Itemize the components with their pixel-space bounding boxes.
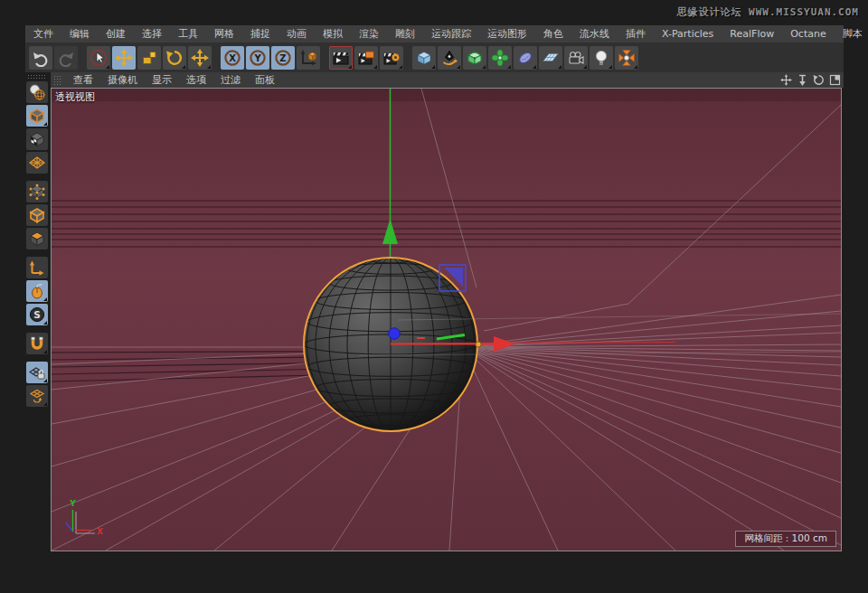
menu-item[interactable]: 工具	[170, 27, 206, 41]
menu-item[interactable]: Octane	[782, 28, 835, 40]
spline-pen-icon	[440, 49, 458, 67]
toolbar-separator	[212, 46, 220, 70]
palette-grip[interactable]	[27, 74, 47, 80]
texture-mode-icon	[28, 130, 46, 148]
menu-item[interactable]: 选择	[134, 27, 170, 41]
add-cube-button[interactable]	[412, 46, 436, 70]
model-mode-button[interactable]	[26, 105, 48, 127]
viewport-grip[interactable]	[53, 75, 62, 85]
mograph-button[interactable]	[488, 46, 512, 70]
menu-item[interactable]: 动画	[278, 27, 315, 41]
redo-icon	[57, 49, 75, 67]
deformer-button[interactable]	[514, 46, 537, 70]
render-view-button[interactable]	[329, 46, 353, 70]
menu-item[interactable]: 模拟	[315, 27, 351, 41]
viewport-menu-item[interactable]: 显示	[145, 73, 179, 87]
enable-snap-button[interactable]	[26, 333, 48, 354]
render-settings-icon	[382, 49, 401, 67]
menu-item[interactable]: 运动跟踪	[423, 27, 479, 41]
menu-item[interactable]: 编辑	[61, 27, 98, 41]
make-editable-button[interactable]	[26, 81, 48, 103]
live-selection-button[interactable]	[87, 46, 110, 70]
gizmo-edge-point[interactable]	[476, 342, 481, 347]
pan-view-button[interactable]	[778, 74, 793, 87]
rotate-view-button[interactable]	[811, 74, 826, 87]
viewport-menu-item[interactable]: 选项	[179, 73, 213, 87]
workplane-mode-icon	[28, 154, 46, 172]
edges-mode-icon	[28, 206, 46, 224]
viewport[interactable]: Y X 透视视图 网格间距 : 100 cm	[51, 88, 842, 551]
points-mode-icon	[28, 183, 46, 201]
points-mode-button[interactable]	[26, 181, 48, 202]
menu-item[interactable]: 文件	[25, 27, 61, 41]
menu-item[interactable]: 网格	[206, 27, 242, 41]
menu-item[interactable]: 渲染	[351, 27, 387, 41]
svg-text:Z: Z	[279, 53, 286, 63]
lock-y-button[interactable]: Y	[246, 46, 269, 70]
menu-item[interactable]: 插件	[618, 27, 654, 41]
toggle-view-button[interactable]	[827, 74, 842, 87]
menu-item[interactable]: 角色	[535, 27, 571, 41]
lock-workplane-button[interactable]	[26, 362, 48, 383]
rotate-view-icon	[813, 74, 825, 86]
toolbar-separator	[321, 46, 328, 70]
menu-bar: 文件编辑创建选择工具网格捕捉动画模拟渲染雕刻运动跟踪运动图形角色流水线插件X-P…	[25, 25, 844, 42]
menu-item[interactable]: 脚本	[835, 27, 868, 41]
viewport-menu-item[interactable]: 面板	[248, 73, 282, 87]
texture-mode-button[interactable]	[26, 128, 48, 150]
render-to-picture-viewer-button[interactable]	[354, 46, 378, 70]
rotate-icon	[165, 49, 184, 67]
menu-item[interactable]: 捕捉	[242, 27, 278, 41]
scale-button[interactable]	[137, 46, 161, 70]
workplane-grid-button[interactable]	[26, 385, 48, 407]
svg-text:Y: Y	[253, 53, 261, 63]
undo-button[interactable]	[29, 46, 52, 70]
environment-floor-button[interactable]	[539, 46, 562, 70]
subdivision-surface-button[interactable]	[463, 46, 486, 70]
gizmo-z-handle[interactable]	[389, 328, 401, 340]
x-particles-button[interactable]	[615, 46, 638, 70]
lock-z-icon: Z	[274, 49, 292, 67]
menu-item[interactable]: 流水线	[571, 27, 618, 41]
camera-button[interactable]	[564, 46, 588, 70]
draw-spline-button[interactable]	[438, 46, 461, 70]
move-last-button[interactable]	[188, 46, 212, 70]
snap-settings-button[interactable]: S	[26, 304, 48, 325]
view-name-label[interactable]: 透视视图	[55, 90, 95, 104]
menu-item[interactable]: 创建	[98, 27, 134, 41]
viewport-menu-item[interactable]: 过滤	[213, 73, 248, 87]
coordinate-system-icon	[299, 49, 317, 67]
viewport-menu-item[interactable]: 摄像机	[100, 73, 145, 87]
lock-x-button[interactable]: X	[221, 46, 244, 70]
pan-view-icon	[780, 74, 792, 86]
rotate-button[interactable]	[163, 46, 186, 70]
menu-item[interactable]: 运动图形	[479, 27, 535, 41]
menu-item[interactable]: X-Particles	[654, 28, 722, 40]
move-button[interactable]	[112, 46, 136, 70]
axis-x-label: X	[97, 527, 103, 536]
enable-axis-button[interactable]	[26, 257, 48, 278]
menu-item[interactable]: RealFlow	[722, 28, 782, 40]
menu-item[interactable]: 雕刻	[387, 27, 423, 41]
viewport-canvas[interactable]: Y X	[52, 89, 841, 551]
workplane-mode-button[interactable]	[26, 152, 48, 174]
viewport-menu-item[interactable]: 查看	[66, 73, 100, 87]
x-particles-icon	[618, 49, 636, 67]
undo-icon	[32, 49, 50, 67]
toggle-view-icon	[829, 74, 841, 86]
lock-z-button[interactable]: Z	[271, 46, 295, 70]
coordinate-system-button[interactable]	[297, 46, 320, 70]
polygons-mode-icon	[28, 230, 46, 248]
axis-y-label: Y	[69, 499, 76, 508]
render-settings-button[interactable]	[380, 46, 403, 70]
floor-grid-icon	[542, 49, 560, 67]
lock-x-icon: X	[223, 49, 241, 67]
svg-text:X: X	[229, 53, 236, 63]
viewport-solo-button[interactable]	[26, 280, 48, 302]
dolly-view-button[interactable]	[795, 74, 809, 87]
redo-button[interactable]	[54, 46, 78, 70]
cube-icon	[415, 49, 433, 67]
polygons-mode-button[interactable]	[26, 228, 48, 249]
light-button[interactable]	[590, 46, 613, 70]
edges-mode-button[interactable]	[26, 204, 48, 226]
